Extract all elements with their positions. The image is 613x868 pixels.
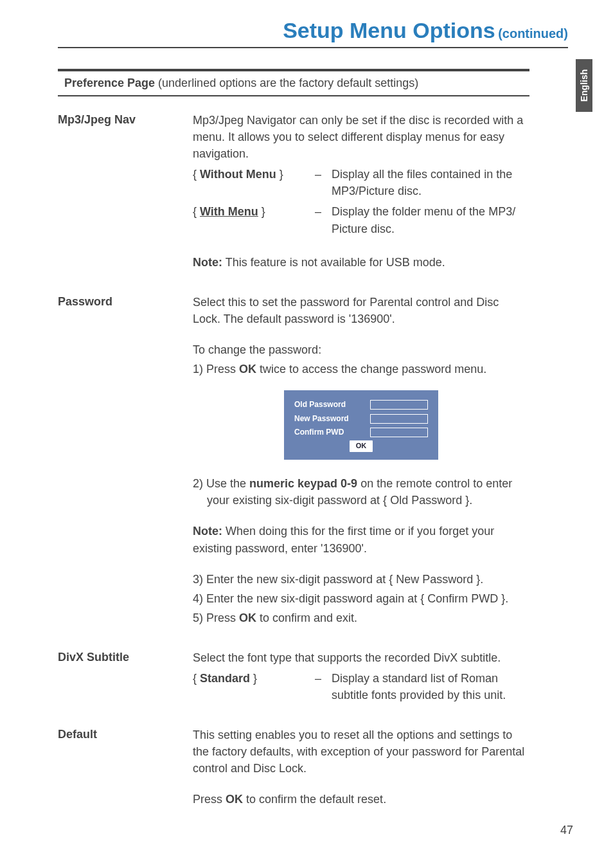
section-heading-strong: Preference Page (64, 77, 155, 89)
mp3-note-text: This feature is not available for USB mo… (222, 256, 445, 269)
row-password: Password Select this to set the password… (58, 294, 529, 626)
default-press: Press OK to confirm the default reset. (193, 791, 529, 808)
password-dialog: Old Password New Password Confirm PWD (284, 390, 438, 460)
password-step4: 4) Enter the new six-digit password agai… (193, 590, 529, 607)
dialog-row-old: Old Password (294, 399, 428, 410)
row-mp3: Mp3/Jpeg Nav Mp3/Jpeg Navigator can only… (58, 112, 529, 271)
password-step1: 1) Press OK twice to access the change p… (193, 361, 529, 377)
dialog-ok-row: OK (294, 440, 428, 452)
language-tab: English (576, 59, 592, 112)
section-heading-rest: (underlined options are the factory defa… (155, 77, 418, 89)
page-number: 47 (560, 824, 573, 837)
mp3-opt-with-desc: Display the folder menu of the MP3/ Pict… (332, 203, 529, 237)
mp3-opt-with-name: { With Menu } (193, 203, 315, 237)
mp3-opt-without-name: { Without Menu } (193, 166, 315, 199)
divx-intro: Select the font type that supports the r… (193, 649, 529, 666)
password-note-label: Note: (193, 525, 222, 538)
password-change-label: To change the password: (193, 341, 529, 358)
language-tab-label: English (579, 69, 589, 102)
password-step2: 2) Use the numeric keypad 0-9 on the rem… (193, 475, 529, 509)
password-step3: 3) Enter the new six-digit password at {… (193, 571, 529, 588)
dialog-label-old: Old Password (294, 399, 370, 410)
password-dialog-wrap: Old Password New Password Confirm PWD (193, 390, 529, 460)
divx-opt-standard: { Standard } – Display a standard list o… (193, 670, 529, 703)
divx-opt-standard-name: { Standard } (193, 670, 315, 703)
row-mp3-intro: Mp3/Jpeg Navigator can only be set if th… (193, 112, 529, 162)
row-password-label: Password (58, 294, 193, 626)
section-heading: Preference Page (underlined options are … (58, 69, 529, 96)
default-intro: This setting enables you to reset all th… (193, 727, 529, 777)
row-divx-label: DivX Subtitle (58, 649, 193, 703)
dialog-row-confirm: Confirm PWD (294, 427, 428, 438)
password-intro: Select this to set the password for Pare… (193, 294, 529, 327)
mp3-note-label: Note: (193, 256, 222, 269)
page-title: Setup Menu Options (continued) (58, 18, 581, 43)
row-divx-body: Select the font type that supports the r… (193, 649, 529, 703)
title-rule (58, 47, 568, 48)
row-mp3-body: Mp3/Jpeg Navigator can only be set if th… (193, 112, 529, 271)
mp3-opt-without-desc: Display all the files contained in the M… (332, 166, 529, 199)
dialog-label-confirm: Confirm PWD (294, 427, 370, 438)
mp3-opt-without: { Without Menu } – Display all the files… (193, 166, 529, 199)
title-main: Setup Menu Options (283, 18, 495, 42)
row-divx: DivX Subtitle Select the font type that … (58, 649, 529, 703)
mp3-opt-with: { With Menu } – Display the folder menu … (193, 203, 529, 237)
row-default-label: Default (58, 727, 193, 808)
row-password-body: Select this to set the password for Pare… (193, 294, 529, 626)
dialog-label-new: New Password (294, 413, 370, 424)
row-default-body: This setting enables you to reset all th… (193, 727, 529, 808)
password-step5: 5) Press OK to confirm and exit. (193, 610, 529, 626)
dialog-field-confirm[interactable] (370, 428, 428, 437)
password-note: Note: When doing this for the first time… (193, 523, 529, 556)
dialog-ok-button[interactable]: OK (350, 440, 373, 452)
row-mp3-label: Mp3/Jpeg Nav (58, 112, 193, 271)
divx-opt-standard-desc: Display a standard list of Roman subtitl… (332, 670, 529, 703)
row-default: Default This setting enables you to rese… (58, 727, 529, 808)
dialog-row-new: New Password (294, 413, 428, 424)
title-sub: (continued) (498, 26, 568, 41)
mp3-note: Note: This feature is not available for … (193, 254, 529, 271)
dialog-field-new[interactable] (370, 414, 428, 424)
password-note-text: When doing this for the first time or if… (193, 525, 494, 554)
dialog-field-old[interactable] (370, 400, 428, 410)
